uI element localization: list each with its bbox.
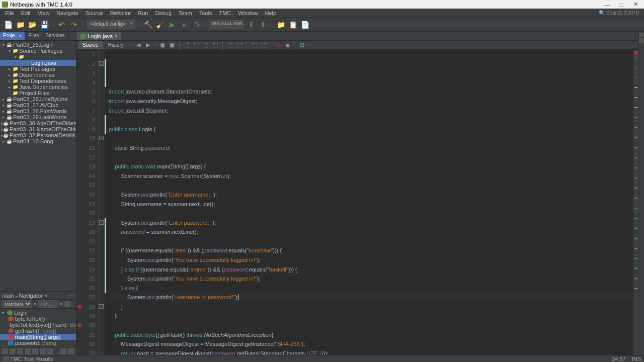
ed-btn-2[interactable]: ▣ (168, 41, 176, 49)
menu-team[interactable]: Team (176, 9, 195, 17)
navigator-item[interactable]: password : String (0, 340, 76, 346)
status-btn-1[interactable] (3, 356, 9, 361)
nav-icon-6[interactable] (40, 348, 46, 354)
ed-btn-5[interactable]: ⬚ (202, 41, 210, 49)
project-item[interactable]: ▸📁Test Dependencies (0, 78, 76, 84)
ed-btn-next[interactable]: ▶ (144, 41, 152, 49)
nav-icon-7[interactable] (47, 348, 53, 354)
menu-tools[interactable]: Tools (196, 9, 215, 17)
code-area[interactable]: 1234567891011121314151617181920212223242… (76, 50, 638, 355)
menu-refactor[interactable]: Refactor (107, 9, 134, 17)
editor-tab-login[interactable]: Login.java × (76, 32, 121, 40)
tmc-test-icon[interactable]: 📄 (300, 20, 310, 30)
project-item[interactable]: ▸📁Java Dependencies (0, 84, 76, 90)
open-icon[interactable]: 📂 (27, 20, 37, 30)
navigator-tree[interactable]: ▾LoginbyteToHex()byteToHex(byte[] hash) … (0, 309, 76, 347)
fold-column[interactable]: ---- (99, 50, 105, 355)
nav-icon-2[interactable] (10, 348, 16, 354)
navigator-view-select[interactable]: Members (2, 300, 32, 308)
nav-icon-4[interactable] (25, 348, 31, 354)
ed-btn-9[interactable]: ⬚ (250, 41, 258, 49)
project-item[interactable]: ▸☕Part03_29.LastWords (0, 114, 76, 120)
close-button[interactable]: ✕ (629, 1, 642, 8)
menu-view[interactable]: View (35, 9, 53, 17)
navigator-filter-icon[interactable] (64, 301, 70, 307)
ed-btn-rec[interactable]: ● (274, 41, 282, 49)
ed-btn-8[interactable]: ⬚ (235, 41, 244, 49)
menu-file[interactable]: File (2, 9, 17, 17)
search-field[interactable]: 🔍 Search (Ctrl+I) (596, 9, 642, 17)
navigator-minimize-icon[interactable]: — (69, 293, 74, 298)
ed-btn-prev[interactable]: ◀ (134, 41, 142, 49)
project-item[interactable]: ▸☕Part03_31.NameOfTheOldest (0, 126, 76, 132)
navigator-item[interactable]: byteToHex() (0, 316, 76, 322)
left-tab-files[interactable]: Files (25, 32, 42, 40)
redo-icon[interactable]: ↷ (69, 20, 79, 30)
code-content[interactable]: import java.nio.charset.StandardCharsets… (107, 50, 633, 355)
undo-icon[interactable]: ↶ (57, 20, 67, 30)
ed-btn-10[interactable]: ⬚ (260, 41, 268, 49)
project-item[interactable]: ▸☕Part03_30.AgeOfTheOldest (0, 120, 76, 126)
project-item[interactable]: 📁Project Files (0, 90, 76, 96)
build-icon[interactable]: 🔨 (143, 20, 153, 30)
minimize-button[interactable]: — (601, 1, 614, 8)
line-gutter[interactable]: 1234567891011121314151617181920212223242… (76, 50, 99, 355)
error-stripe[interactable] (633, 50, 638, 355)
right-btn-2[interactable] (639, 38, 643, 43)
tmc-results-label[interactable]: TMC Test Results (10, 356, 54, 362)
save-all-icon[interactable]: 💾 (39, 20, 49, 30)
ed-btn-1[interactable]: ▣ (158, 41, 167, 49)
menu-run[interactable]: Run (135, 9, 151, 17)
menu-tmc[interactable]: TMC (216, 9, 234, 17)
memory-indicator[interactable]: 359.4/444.0MB (209, 20, 244, 29)
menu-debug[interactable]: Debug (152, 9, 174, 17)
tmc-submit-icon[interactable]: ⬆ (258, 20, 268, 30)
menu-help[interactable]: Help (262, 9, 279, 17)
nav-icon-1[interactable] (2, 348, 8, 354)
run-icon[interactable]: ▶ (167, 20, 177, 30)
project-item[interactable]: ▸☕Part03_26.LineByLine (0, 96, 76, 102)
editor-tab-close-icon[interactable]: × (115, 34, 117, 39)
project-item[interactable]: ▸☕Part04_10.Song (0, 138, 76, 144)
project-item[interactable]: ▸☕Part03_32.PersonalDetails (0, 132, 76, 138)
maximize-button[interactable]: □ (615, 1, 628, 8)
tmc-paste-icon[interactable]: 📋 (288, 20, 298, 30)
profile-icon[interactable]: ⏱ (191, 20, 201, 30)
debug-icon[interactable]: ▸ (179, 20, 189, 30)
clean-build-icon[interactable]: 🧹 (155, 20, 165, 30)
right-btn-1[interactable] (639, 33, 643, 37)
new-file-icon[interactable]: 📄 (3, 20, 13, 30)
ed-btn-3[interactable]: ⬚ (183, 41, 191, 49)
project-item[interactable]: ▸📁Dependencies (0, 72, 76, 78)
navigator-item[interactable]: main(String[] args) (0, 334, 76, 340)
project-item[interactable]: ▾📁 (0, 54, 76, 60)
nav-icon-5[interactable] (32, 348, 38, 354)
editor-subtab-source[interactable]: Source (78, 41, 103, 49)
ed-btn-11[interactable]: ⊞ (298, 41, 306, 49)
nav-icon-3[interactable] (17, 348, 23, 354)
menu-window[interactable]: Window (235, 9, 261, 17)
tmc-download-icon[interactable]: ⬇ (246, 20, 256, 30)
ed-btn-4[interactable]: ⬚ (192, 41, 200, 49)
ed-btn-7[interactable]: ⬚ (226, 41, 234, 49)
navigator-item[interactable]: getHash() : byte[] (0, 328, 76, 334)
project-item[interactable]: ◆Login.java (0, 60, 76, 66)
menu-edit[interactable]: Edit (18, 9, 34, 17)
tmc-folder-icon[interactable]: 📁 (276, 20, 286, 30)
new-project-icon[interactable]: 📁 (15, 20, 25, 30)
navigator-close-icon[interactable]: × (45, 293, 47, 298)
left-tab-proje[interactable]: Proje..× (0, 32, 25, 40)
project-item[interactable]: ▸☕Part03_27.AVClub (0, 102, 76, 108)
nav-icon-8[interactable] (60, 348, 66, 354)
menu-source[interactable]: Source (83, 9, 106, 17)
left-tab-services[interactable]: Services (42, 32, 68, 40)
project-item[interactable]: ▸☕Part03_28.FirstWords (0, 108, 76, 114)
error-stripe-summary[interactable] (634, 51, 638, 55)
project-item[interactable]: ▾📁Source Packages (0, 48, 76, 54)
menu-navigate[interactable]: Navigate (53, 9, 81, 17)
config-selector[interactable]: <default config> (87, 20, 135, 29)
project-item[interactable]: ▾☕Part03_25.Login (0, 42, 76, 48)
navigator-item[interactable]: ▾Login (0, 310, 76, 316)
project-item[interactable]: ▸📁Test Packages (0, 66, 76, 72)
projects-tree[interactable]: ▾☕Part03_25.Login▾📁Source Packages▾📁◆Log… (0, 41, 76, 291)
